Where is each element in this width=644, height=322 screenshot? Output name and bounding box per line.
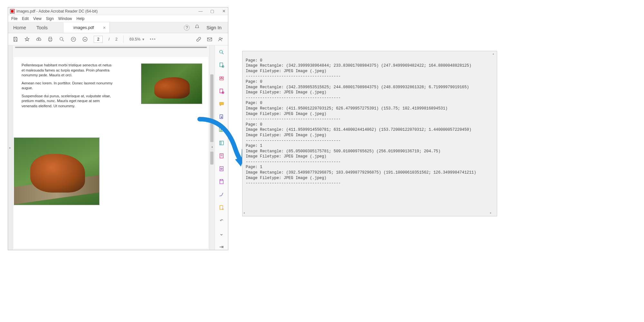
- export-icon[interactable]: [218, 114, 225, 120]
- save-icon[interactable]: [13, 36, 18, 42]
- tabbar-right: ? Sign In: [184, 24, 228, 31]
- collapse-arrow-icon[interactable]: ↶: [218, 218, 225, 223]
- svg-point-5: [220, 50, 223, 53]
- search-icon[interactable]: [59, 36, 65, 42]
- notifications-icon[interactable]: [194, 24, 200, 31]
- tab-home[interactable]: Home: [8, 22, 31, 33]
- zoom-dropdown[interactable]: 69.5% ▾: [129, 37, 144, 42]
- svg-point-4: [219, 37, 221, 39]
- document-tab[interactable]: images.pdf ×: [64, 22, 110, 33]
- menu-sign[interactable]: Sign: [46, 16, 54, 21]
- svg-point-1: [71, 37, 76, 42]
- acrobat-window: images.pdf - Adobe Acrobat Reader DC (64…: [8, 7, 228, 250]
- create-pdf-icon[interactable]: [218, 62, 225, 68]
- compress-icon[interactable]: [218, 140, 225, 146]
- menu-edit[interactable]: Edit: [22, 16, 29, 21]
- page-up-icon[interactable]: [71, 36, 76, 42]
- comment-icon[interactable]: [218, 101, 225, 107]
- toolbar-right: [196, 36, 223, 42]
- redact-icon[interactable]: [218, 153, 225, 159]
- tab-tools-label: Tools: [36, 25, 48, 30]
- maximize-button[interactable]: ▢: [210, 9, 214, 14]
- paragraph-3: Suspendisse dui purus, scelerisque at, v…: [22, 94, 113, 109]
- paragraph-2: Aenean nec lorem. In porttitor. Donec la…: [22, 81, 113, 91]
- page-down-icon[interactable]: [82, 36, 88, 42]
- protect-icon[interactable]: [218, 166, 225, 172]
- page-view[interactable]: Pellentesque habitant morbi tristique se…: [13, 45, 209, 250]
- page-text-block: Pellentesque habitant morbi tristique se…: [22, 63, 113, 109]
- tab-bar: Home Tools images.pdf × ? Sign In: [8, 22, 228, 33]
- tab-home-label: Home: [13, 25, 26, 30]
- sign-in-button[interactable]: Sign In: [204, 25, 223, 30]
- content-area: ▸ Pellentesque habitant morbi tristique …: [8, 45, 228, 250]
- pdf-file-icon: [10, 9, 14, 14]
- toolbar-divider: [123, 36, 124, 43]
- svg-rect-9: [222, 77, 223, 78]
- output-horizontal-scrollbar[interactable]: [244, 211, 491, 215]
- title-bar[interactable]: images.pdf - Adobe Acrobat Reader DC (64…: [8, 7, 228, 15]
- edit-pdf-icon[interactable]: [218, 88, 225, 94]
- email-icon[interactable]: [207, 36, 213, 42]
- svg-point-19: [221, 168, 222, 170]
- page-image-top: [141, 63, 202, 104]
- svg-rect-14: [219, 128, 221, 132]
- svg-rect-8: [220, 77, 221, 78]
- svg-point-0: [60, 37, 63, 40]
- close-button[interactable]: ✕: [222, 9, 226, 14]
- chevron-down-icon: ▾: [142, 37, 144, 42]
- svg-rect-10: [220, 79, 223, 80]
- window-controls: — ▢ ✕: [198, 9, 226, 14]
- right-tools-pane: ↶ ⌄ ⇥: [214, 45, 228, 250]
- menu-window[interactable]: Window: [58, 16, 72, 21]
- collapse-right-pane-icon[interactable]: ◂: [210, 142, 213, 152]
- add-contact-icon[interactable]: [218, 36, 223, 42]
- svg-rect-3: [207, 38, 212, 41]
- svg-rect-20: [220, 205, 223, 209]
- vertical-scrollbar[interactable]: ◂: [209, 45, 214, 250]
- menu-file[interactable]: File: [11, 16, 17, 21]
- page-total: 2: [115, 37, 118, 42]
- chevron-down-tool-icon[interactable]: ⌄: [218, 231, 225, 237]
- menu-help[interactable]: Help: [77, 16, 85, 21]
- print-icon[interactable]: [47, 36, 53, 42]
- expand-left-icon[interactable]: ▸: [9, 146, 11, 149]
- window-title: images.pdf - Adobe Acrobat Reader DC (64…: [16, 9, 98, 14]
- document-page: Pellentesque habitant morbi tristique se…: [14, 57, 208, 249]
- document-tab-label: images.pdf: [73, 25, 94, 30]
- svg-rect-13: [220, 115, 223, 118]
- paragraph-1: Pellentesque habitant morbi tristique se…: [22, 63, 113, 78]
- svg-rect-11: [220, 89, 223, 93]
- add-note-icon[interactable]: [218, 205, 225, 211]
- output-vertical-scrollbar[interactable]: [492, 52, 496, 210]
- svg-rect-15: [221, 128, 223, 132]
- page-image-bottom: [14, 137, 99, 205]
- page-separator: /: [109, 37, 109, 42]
- document-tab-close-icon[interactable]: ×: [103, 25, 106, 30]
- star-icon[interactable]: [24, 36, 30, 42]
- output-text: Page: 0 Image Rectangle: (342.3999938964…: [246, 58, 494, 186]
- save-alt-icon[interactable]: [218, 179, 225, 185]
- toolbar: / 2 69.5% ▾ •••: [8, 33, 228, 45]
- menu-bar: File Edit View Sign Window Help: [8, 15, 228, 22]
- search-tool-icon[interactable]: [218, 49, 225, 55]
- output-panel[interactable]: Page: 0 Image Rectangle: (342.3999938964…: [242, 51, 497, 216]
- page-number-input[interactable]: [94, 36, 103, 43]
- svg-rect-6: [220, 63, 223, 67]
- svg-point-2: [83, 37, 87, 42]
- toggle-pane-icon[interactable]: ⇥: [218, 244, 225, 250]
- cloud-upload-icon[interactable]: [36, 36, 42, 42]
- left-gutter[interactable]: ▸: [8, 45, 13, 250]
- minimize-button[interactable]: —: [198, 9, 203, 14]
- fill-sign-icon[interactable]: [218, 192, 225, 197]
- help-icon[interactable]: ?: [184, 25, 190, 31]
- more-icon[interactable]: •••: [150, 36, 156, 42]
- share-link-icon[interactable]: [196, 36, 202, 42]
- organize-icon[interactable]: [218, 127, 225, 133]
- menu-view[interactable]: View: [33, 16, 42, 21]
- tab-tools[interactable]: Tools: [31, 22, 53, 33]
- previous-page-edge: [15, 47, 207, 48]
- svg-rect-18: [220, 166, 223, 171]
- combine-icon[interactable]: [218, 75, 225, 81]
- zoom-value: 69.5%: [129, 37, 140, 42]
